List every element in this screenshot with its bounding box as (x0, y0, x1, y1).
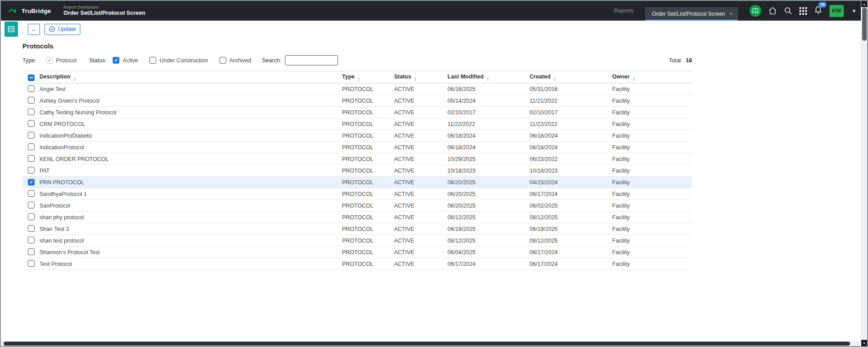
table-row[interactable]: SandhyaProtocol 1 PROTOCOL ACTIVE 06/20/… (22, 188, 692, 200)
cell-type: PROTOCOL (342, 107, 394, 118)
cell-type: PROTOCOL (342, 83, 394, 95)
under-construction-checkbox[interactable] (149, 57, 156, 64)
cell-status: ACTIVE (394, 177, 447, 188)
active-checkbox-label: Active (123, 57, 138, 64)
cell-created: 11/21/2022 (530, 95, 612, 107)
user-avatar[interactable]: KW (829, 5, 844, 17)
row-checkbox[interactable] (28, 132, 35, 139)
cell-description: SanProtocol (39, 200, 342, 212)
horizontal-scrollbar-thumb[interactable] (4, 342, 850, 346)
select-all-checkbox[interactable] (28, 74, 35, 81)
cell-created: 06/17/2024 (530, 188, 612, 200)
row-checkbox[interactable] (28, 167, 35, 174)
cell-description: PRN PROTOCOL (39, 177, 342, 188)
row-checkbox[interactable] (28, 85, 35, 92)
apps-grid-icon[interactable] (799, 7, 807, 15)
table-row[interactable]: Ashley Green's Protocol PROTOCOL ACTIVE … (22, 95, 692, 107)
row-checkbox[interactable] (28, 97, 35, 104)
tab-label: Order Set/List/Protocol Screen (652, 11, 725, 17)
tab-close-icon[interactable]: × (730, 11, 733, 17)
filter-active[interactable]: Active (113, 57, 138, 64)
table-row[interactable]: Shan Test 3 PROTOCOL ACTIVE 06/19/2025 0… (22, 223, 692, 235)
check-circle-icon (49, 26, 55, 32)
table-row[interactable]: PRN PROTOCOL PROTOCOL ACTIVE 06/20/2025 … (22, 177, 692, 188)
row-checkbox[interactable] (28, 225, 35, 232)
back-button[interactable]: ← (28, 24, 40, 35)
table-row[interactable]: IndicationProtocol PROTOCOL ACTIVE 06/18… (22, 142, 692, 153)
column-header-last-modified[interactable]: Last Modified▲▼ (447, 71, 530, 83)
archived-checkbox[interactable] (219, 57, 226, 64)
cell-last-modified: 06/18/2024 (447, 142, 530, 153)
app-header: TruBridge Report Dashboard Order Set/Lis… (1, 1, 861, 21)
active-checkbox[interactable] (113, 57, 119, 64)
sort-icon: ▲▼ (414, 77, 416, 81)
type-label: Type: (22, 57, 36, 64)
cell-created: 06/17/2024 (530, 247, 612, 258)
home-icon[interactable] (768, 7, 777, 15)
search-icon[interactable] (784, 7, 792, 15)
table-row[interactable]: IndicationProDiabetic PROTOCOL ACTIVE 06… (22, 130, 692, 142)
table-row[interactable]: SanProtocol PROTOCOL ACTIVE 06/20/2025 0… (22, 200, 692, 212)
cell-created: 06/23/2022 (530, 153, 612, 165)
row-checkbox[interactable] (28, 202, 35, 208)
row-checkbox[interactable] (28, 155, 35, 162)
cell-owner: Facility (612, 130, 692, 142)
update-button[interactable]: Update (44, 24, 80, 35)
cell-status: ACTIVE (394, 142, 447, 153)
scroll-down-arrow-icon[interactable]: ▼ (861, 340, 867, 346)
cell-created: 06/17/2024 (530, 258, 612, 270)
row-checkbox[interactable] (28, 260, 35, 267)
cell-owner: Facility (612, 235, 692, 247)
chevron-down-icon[interactable]: ▼ (852, 9, 856, 13)
row-checkbox[interactable] (28, 237, 35, 243)
column-header-status[interactable]: Status▲▼ (394, 71, 447, 83)
filter-archived[interactable]: Archived (219, 57, 251, 64)
cell-created: 04/23/2024 (530, 177, 612, 188)
vertical-scrollbar[interactable]: ▲ ▼ (861, 1, 867, 346)
table-row[interactable]: Shannon's Protocol Test PROTOCOL ACTIVE … (22, 247, 692, 258)
table-row[interactable]: Test Protocol PROTOCOL ACTIVE 06/17/2024… (22, 258, 692, 270)
row-checkbox[interactable] (28, 179, 35, 186)
column-header-type[interactable]: Type▲▼ (342, 71, 394, 83)
row-checkbox[interactable] (28, 213, 35, 220)
row-checkbox[interactable] (28, 190, 35, 197)
notifications-bell[interactable]: 39 (814, 6, 822, 16)
cell-owner: Facility (612, 165, 692, 177)
cell-created: 06/18/2024 (530, 130, 612, 142)
main-content: Protocols Type: Protocol Status: Active … (1, 38, 867, 270)
row-checkbox[interactable] (28, 120, 35, 127)
cell-owner: Facility (612, 223, 692, 235)
table-row[interactable]: CRM PROTOCOL PROTOCOL ACTIVE 11/22/2022 … (22, 118, 692, 130)
horizontal-scrollbar[interactable] (1, 341, 861, 346)
cell-type: PROTOCOL (342, 247, 394, 258)
search-input[interactable] (285, 55, 338, 65)
column-header-owner[interactable]: Owner▲▼ (612, 71, 692, 83)
cell-last-modified: 05/14/2024 (447, 95, 530, 107)
protocol-table-body: Angie Test PROTOCOL ACTIVE 06/16/2025 05… (22, 83, 692, 270)
row-checkbox[interactable] (28, 108, 35, 115)
cell-owner: Facility (612, 200, 692, 212)
table-row[interactable]: Angie Test PROTOCOL ACTIVE 06/16/2025 05… (22, 83, 692, 95)
breadcrumb: Report Dashboard (64, 4, 145, 10)
filter-under-construction[interactable]: Under Construction (149, 57, 208, 64)
cell-last-modified: 06/20/2025 (447, 177, 530, 188)
column-header-created[interactable]: Created▲▼ (530, 71, 612, 83)
scroll-up-arrow-icon[interactable]: ▲ (861, 1, 867, 7)
filter-protocol: Protocol (46, 57, 77, 64)
tab-order-set-list-protocol[interactable]: Order Set/List/Protocol Screen × (645, 7, 738, 21)
table-row[interactable]: KENL ORDER PROTOCOL PROTOCOL ACTIVE 10/2… (22, 153, 692, 165)
cell-description: Shannon's Protocol Test (39, 247, 342, 258)
cell-type: PROTOCOL (342, 223, 394, 235)
reports-link[interactable]: Reports (614, 8, 634, 14)
knowledge-base-icon[interactable] (750, 5, 761, 17)
cell-status: ACTIVE (394, 153, 447, 165)
row-checkbox[interactable] (28, 248, 35, 255)
table-row[interactable]: shan test protocol PROTOCOL ACTIVE 08/12… (22, 235, 692, 247)
vertical-scrollbar-thumb[interactable] (862, 8, 867, 41)
row-checkbox[interactable] (28, 143, 35, 150)
table-row[interactable]: shan phy protocol PROTOCOL ACTIVE 08/12/… (22, 212, 692, 223)
column-header-description[interactable]: Description▲▼ (39, 71, 342, 83)
table-row[interactable]: Cathy Testing Nursing Protocol PROTOCOL … (22, 107, 692, 118)
sidebar-panel-icon[interactable] (4, 22, 18, 37)
table-row[interactable]: PAT PROTOCOL ACTIVE 10/18/2023 10/18/202… (22, 165, 692, 177)
